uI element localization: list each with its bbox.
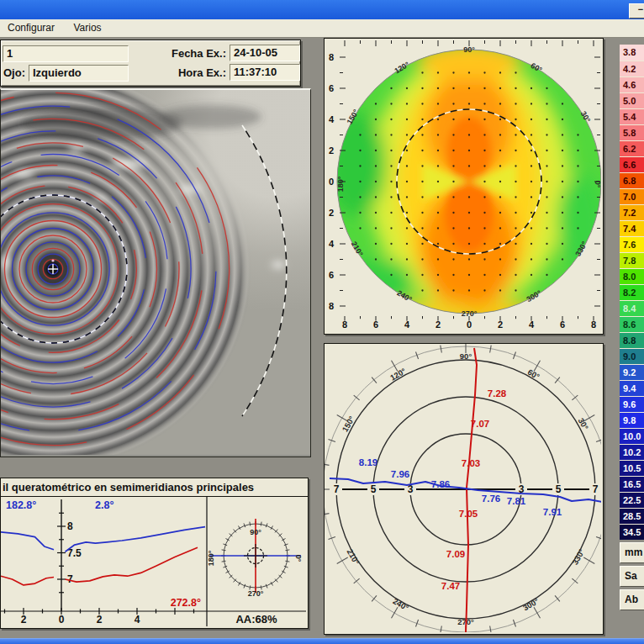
mire-rings bbox=[1, 90, 281, 455]
scale-row-9.2: 9.2 bbox=[620, 364, 644, 380]
scale-row-5.4: 5.4 bbox=[620, 108, 644, 124]
chart-text: 4 bbox=[329, 114, 335, 124]
chart-text: 4 bbox=[329, 239, 335, 249]
application-window: − Configurar Varios 1 Ojo: Izquierdo Fec… bbox=[0, 0, 644, 644]
scale-row-3.8: 3.8 bbox=[620, 45, 644, 61]
chart-text: 300° bbox=[521, 596, 541, 612]
topography-map-panel: 90°120°150°180°210°240°270°300°330°0°30°… bbox=[324, 38, 604, 335]
placido-rings-overlay bbox=[1, 90, 310, 455]
chart-text: 2.8° bbox=[95, 499, 113, 511]
scale-row-9.4: 9.4 bbox=[620, 380, 644, 396]
chart-text: AA:68% bbox=[235, 613, 277, 626]
meridian-values-panel: 90°120°150°210°240°270°300°330°30°60°180… bbox=[324, 343, 604, 635]
chart-text: 8 bbox=[342, 319, 347, 330]
chart-text: 7.47 bbox=[441, 581, 460, 591]
chart-text: 2 bbox=[21, 614, 27, 626]
chart-text: 4 bbox=[404, 319, 410, 330]
chart-text: 7.96 bbox=[391, 469, 409, 479]
scale-row-6.2: 6.2 bbox=[620, 140, 644, 156]
keratometric-profile-chart: 87.572024182.8°2.8°272.8°90°270°180°0°AA… bbox=[1, 496, 306, 626]
chart-text: 8 bbox=[591, 319, 596, 330]
eye-image-panel bbox=[0, 88, 311, 457]
chart-text: 7.81 bbox=[507, 496, 526, 506]
chart-text: 90° bbox=[460, 351, 472, 361]
chart-text: 5 bbox=[371, 483, 377, 495]
scale-row-6.6: 6.6 bbox=[620, 156, 644, 172]
scale-row-16.5: 16.5 bbox=[620, 476, 644, 492]
chart-text: 2 bbox=[435, 319, 441, 330]
patient-id-field[interactable]: 1 bbox=[3, 45, 129, 62]
scale-row-6.8: 6.8 bbox=[620, 172, 644, 188]
scale-row-4.2: 4.2 bbox=[620, 61, 644, 77]
meridian-values-plot: 90°120°150°210°240°270°300°330°30°60°180… bbox=[325, 344, 601, 632]
chart-text: 0 bbox=[467, 319, 472, 330]
chart-text: 8 bbox=[329, 52, 334, 62]
scale-row-8.2: 8.2 bbox=[620, 284, 644, 300]
scale-row-8.4: 8.4 bbox=[620, 300, 644, 316]
exam-date-field[interactable]: 24-10-05 bbox=[230, 45, 300, 61]
chart-text: 2 bbox=[329, 208, 334, 218]
chart-text: 7.05 bbox=[459, 509, 478, 519]
chart-text: 240° bbox=[391, 596, 410, 612]
scale-row-8.0: 8.0 bbox=[620, 268, 644, 284]
scale-row-5.8: 5.8 bbox=[620, 124, 644, 140]
menu-configurar[interactable]: Configurar bbox=[0, 19, 62, 34]
scale-row-8.8: 8.8 bbox=[620, 332, 644, 348]
scale-row-7.8: 7.8 bbox=[620, 252, 644, 268]
chart-text: 0 bbox=[329, 177, 334, 187]
patient-info-panel: 1 Ojo: Izquierdo Fecha Ex.: 24-10-05 Hor… bbox=[0, 40, 301, 87]
exam-time-field[interactable]: 11:37:10 bbox=[230, 64, 300, 81]
chart-text: 7.86 bbox=[431, 479, 450, 489]
chart-text: 8 bbox=[67, 520, 73, 532]
scale-row-10.2: 10.2 bbox=[620, 444, 644, 460]
scale-row-7.4: 7.4 bbox=[620, 220, 644, 236]
scale-row-10.0: 10.0 bbox=[620, 428, 644, 444]
scale-row-28.5: 28.5 bbox=[620, 508, 644, 524]
chart-text: 60° bbox=[526, 367, 541, 382]
scale-button-1[interactable]: Sa bbox=[620, 566, 644, 587]
scale-row-9.0: 9.0 bbox=[620, 348, 644, 364]
chart-text: 8.19 bbox=[359, 457, 377, 467]
chart-text: 7 bbox=[593, 483, 599, 495]
scale-button-0[interactable]: mm bbox=[620, 542, 644, 563]
chart-text: 0 bbox=[59, 614, 65, 626]
chart-text: 7.09 bbox=[446, 549, 465, 559]
chart-text: 7.76 bbox=[482, 494, 500, 504]
color-scale-legend: 3.84.24.65.05.45.86.26.66.87.07.27.47.67… bbox=[620, 45, 644, 610]
chart-text: 180° bbox=[207, 550, 215, 566]
chart-text: 8 bbox=[329, 301, 334, 311]
chart-text: 7.28 bbox=[488, 388, 507, 399]
scale-row-7.2: 7.2 bbox=[620, 204, 644, 220]
scale-button-2[interactable]: Ab bbox=[620, 589, 644, 610]
chart-text: 330° bbox=[570, 547, 586, 567]
profile-title: il queratométrico en semimeridianos prin… bbox=[1, 478, 308, 497]
exam-date-label: Fecha Ex.: bbox=[167, 47, 226, 60]
chart-text: 6 bbox=[329, 270, 334, 280]
taskbar-edge bbox=[0, 638, 644, 644]
chart-text: 7 bbox=[334, 483, 340, 495]
scale-row-34.5: 34.5 bbox=[620, 524, 644, 540]
chart-text: 4 bbox=[529, 319, 535, 330]
chart-text: 182.8° bbox=[6, 499, 36, 511]
chart-text: 4 bbox=[135, 614, 140, 626]
chart-text: 0° bbox=[294, 555, 303, 562]
title-bar[interactable]: − bbox=[0, 0, 644, 19]
chart-text: 120° bbox=[388, 366, 408, 382]
menu-varios[interactable]: Varios bbox=[66, 19, 108, 34]
scale-row-10.5: 10.5 bbox=[620, 460, 644, 476]
minimize-button[interactable]: − bbox=[629, 3, 644, 18]
chart-text: 7.07 bbox=[471, 419, 489, 429]
chart-text: 6 bbox=[373, 319, 378, 330]
chart-text: 7.91 bbox=[543, 507, 562, 517]
chart-text: 5 bbox=[556, 483, 562, 495]
scale-row-7.6: 7.6 bbox=[620, 236, 644, 252]
eye-label: Ojo: bbox=[3, 66, 25, 79]
scale-row-9.8: 9.8 bbox=[620, 412, 644, 428]
chart-text: 6 bbox=[329, 83, 334, 93]
menu-bar: Configurar Varios bbox=[0, 19, 644, 38]
chart-text: 272.8° bbox=[171, 597, 201, 609]
keratometric-profile-panel: il queratométrico en semimeridianos prin… bbox=[0, 478, 309, 629]
scale-row-8.6: 8.6 bbox=[620, 316, 644, 332]
topography-map: 90°120°150°180°210°240°270°300°330°0°30°… bbox=[325, 39, 601, 332]
eye-field[interactable]: Izquierdo bbox=[29, 65, 129, 82]
